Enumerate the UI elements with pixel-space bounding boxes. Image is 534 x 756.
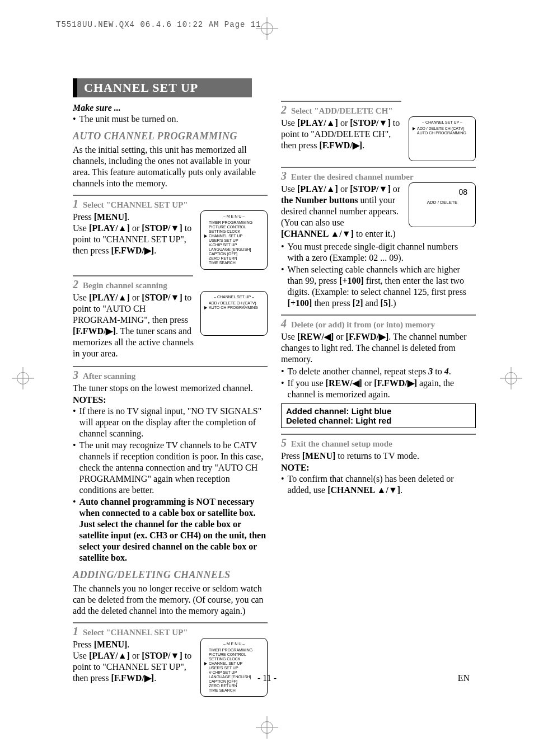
ad-step1-body: Press [MENU]. Use [PLAY/▲] or [STOP/▼] t… bbox=[73, 639, 194, 684]
step2-label: 2 Begin channel scanning bbox=[73, 275, 193, 291]
page-number: - 11 - bbox=[257, 673, 277, 683]
r-note-label: NOTE: bbox=[281, 463, 476, 473]
step1-label: 1 Select "CHANNEL SET UP" bbox=[73, 195, 268, 210]
callout-added: Added channel: Light blue bbox=[286, 406, 471, 416]
step3-body: The tuner stops on the lowest memorized … bbox=[73, 383, 268, 394]
add-del-intro: The channels you no longer receive or se… bbox=[73, 583, 268, 617]
registration-mark-top bbox=[261, 22, 273, 35]
step3-label: 3 After scanning bbox=[73, 366, 268, 382]
menu-osd-2: – M E N U –TIMER PROGRAMMINGPICTURE CONT… bbox=[200, 638, 268, 697]
r-step4-label: 4 Delete (or add) it from (or into) memo… bbox=[281, 314, 476, 330]
r-step4-body: Use [REW/◀] or [F.FWD/▶]. The channel nu… bbox=[281, 331, 476, 365]
registration-mark-bottom bbox=[261, 721, 273, 734]
notes-label: NOTES: bbox=[73, 395, 268, 405]
section-header: CHANNEL SET UP bbox=[73, 78, 252, 97]
note-1: •If there is no TV signal input, "NO TV … bbox=[73, 406, 268, 439]
r-step2-label: 2 Select "ADD/DELETE CH" bbox=[281, 101, 401, 116]
step2-body: Use [PLAY/▲] or [STOP/▼] to point to "AU… bbox=[73, 292, 194, 359]
add-del-heading: ADDING/DELETING CHANNELS bbox=[73, 569, 268, 581]
menu-osd-1: – M E N U –TIMER PROGRAMMINGPICTURE CONT… bbox=[200, 210, 268, 270]
callout-deleted: Deleted channel: Light red bbox=[286, 416, 471, 425]
r-note1: • To confirm that channel(s) has been de… bbox=[281, 473, 476, 496]
make-sure-label: Make sure ... bbox=[73, 103, 268, 113]
r-step3-bullet2: • When selecting cable channels which ar… bbox=[281, 264, 476, 309]
prepress-slug: T5518UU.NEW.QX4 06.4.6 10:22 AM Page 11 bbox=[56, 20, 261, 29]
ad-step1-label: 1 Select "CHANNEL SET UP" bbox=[73, 622, 268, 638]
channel-setup-osd-2: – CHANNEL SET UP –ADD / DELETE CH (CATV)… bbox=[409, 116, 476, 161]
r-step3-bullet1: •You must precede single-digit channel n… bbox=[281, 241, 476, 264]
auto-ch-intro: As the initial setting, this unit has me… bbox=[73, 144, 268, 189]
r-step5-body: Press [MENU] to returns to TV mode. bbox=[281, 450, 476, 462]
callout-box: Added channel: Light blue Deleted channe… bbox=[281, 403, 476, 428]
r-step5-label: 5 Exit the channel setup mode bbox=[281, 434, 476, 449]
step1-body: Press [MENU]. Use [PLAY/▲] or [STOP/▼] t… bbox=[73, 212, 194, 256]
note-2: •The unit may recognize TV channels to b… bbox=[73, 440, 268, 496]
language-code: EN bbox=[458, 673, 470, 683]
registration-mark-right bbox=[505, 372, 517, 384]
make-sure-bullet: • The unit must be turned on. bbox=[73, 114, 268, 125]
channel-setup-osd-1: – CHANNEL SET UP –ADD / DELETE CH (CATV)… bbox=[200, 291, 268, 336]
r-step3-body: Use [PLAY/▲] or [STOP/▼] or the Number b… bbox=[281, 184, 402, 240]
r-step4-bullet2: • If you use [REW/◀] or [F.FWD/▶] again,… bbox=[281, 378, 476, 400]
auto-ch-heading: AUTO CHANNEL PROGRAMMING bbox=[73, 130, 268, 142]
r-step4-bullet1: • To delete another channel, repeat step… bbox=[281, 366, 476, 377]
registration-mark-left bbox=[17, 372, 29, 384]
r-step2-body: Use [PLAY/▲] or [STOP/▼] to point to "AD… bbox=[281, 118, 402, 151]
r-step3-label: 3 Enter the desired channel number bbox=[281, 167, 476, 182]
note-3: •Auto channel programming is NOT necessa… bbox=[73, 496, 268, 564]
add-delete-osd: 08 ADD / DELETE bbox=[409, 182, 476, 227]
